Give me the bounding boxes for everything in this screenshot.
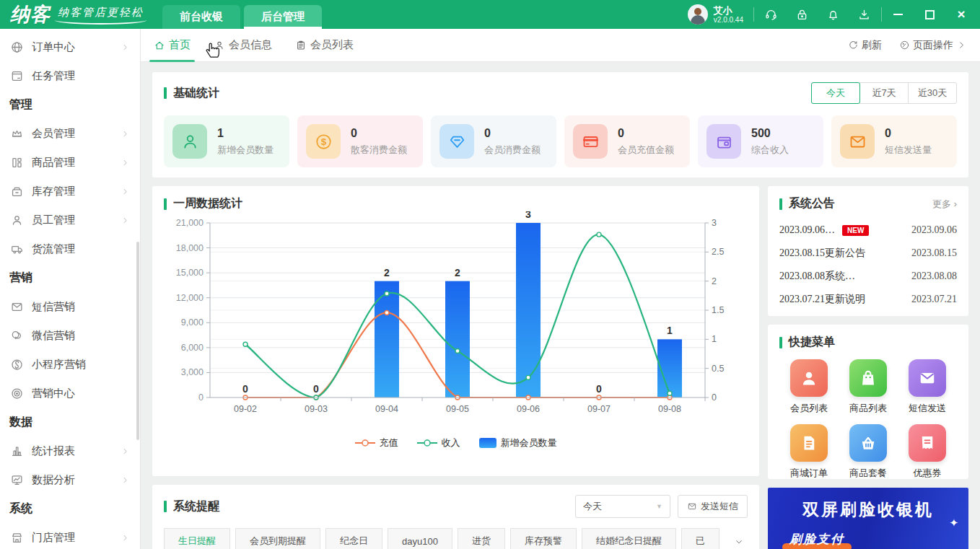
close-button[interactable]: × <box>955 9 967 20</box>
reminder-tab-进货[interactable]: 进货 <box>458 528 505 549</box>
header-icons <box>764 0 871 29</box>
tab-首页[interactable]: 首页 <box>154 29 191 62</box>
stat-card-text: 0散客消费金额 <box>351 127 407 157</box>
range-button-近7天[interactable]: 近7天 <box>859 82 909 104</box>
avatar[interactable] <box>688 4 708 25</box>
quick-menu-item-会员列表[interactable]: 会员列表 <box>790 359 828 415</box>
expand-tabs-button[interactable] <box>730 531 748 549</box>
target-icon <box>10 387 24 400</box>
tab-bar: 首页会员信息会员列表 刷新 页面操作 <box>141 29 980 62</box>
sidebar-item-短信营销[interactable]: 短信营销 <box>0 292 140 321</box>
sidebar-item-营销中心[interactable]: 营销中心 <box>0 379 140 408</box>
chevron-right-icon <box>121 43 130 52</box>
reminder-tab-生日提醒[interactable]: 生日提醒 <box>164 528 230 549</box>
bell-icon[interactable] <box>826 8 840 22</box>
svg-text:09-04: 09-04 <box>375 404 398 414</box>
title-accent-bar <box>779 337 782 348</box>
svg-text:18,000: 18,000 <box>176 243 204 253</box>
sidebar-item-门店管理[interactable]: 门店管理 <box>0 523 140 549</box>
lock-icon[interactable] <box>795 8 809 22</box>
sidebar-item-任务管理[interactable]: 任务管理 <box>0 61 140 90</box>
range-button-今天[interactable]: 今天 <box>811 82 860 104</box>
new-badge: NEW <box>842 225 869 236</box>
open-tabs: 首页会员信息会员列表 <box>154 29 377 62</box>
stat-card-text: 0会员消费金额 <box>484 127 541 157</box>
sidebar-item-label: 订单中心 <box>32 40 75 54</box>
page-operations-button[interactable]: 页面操作 <box>899 39 967 52</box>
sidebar-item-微信营销[interactable]: 微信营销 <box>0 321 140 350</box>
sidebar-item-库存管理[interactable]: 库存管理 <box>0 177 140 206</box>
header-nav-frontdesk[interactable]: 前台收银 <box>162 5 240 29</box>
stat-card-text: 1新增会员数量 <box>217 127 274 157</box>
sidebar-scrollbar[interactable] <box>136 242 139 440</box>
reminder-tab-结婚纪念日提醒[interactable]: 结婚纪念日提醒 <box>582 528 676 549</box>
announcement-row[interactable]: 2023.08.15更新公告2023.08.15 <box>779 242 957 265</box>
legend-item-充值[interactable]: 充值 <box>355 436 398 449</box>
chevron-right-icon <box>121 216 130 225</box>
brand: 纳客 纳客管店更轻松 <box>0 0 162 29</box>
quick-menu-item-商品套餐[interactable]: 商品套餐 <box>849 424 887 480</box>
download-icon[interactable] <box>857 8 871 22</box>
sidebar-item-label: 营销中心 <box>32 387 75 400</box>
sms-icon <box>10 300 24 314</box>
stat-value: 0 <box>351 127 407 140</box>
refresh-icon <box>848 40 859 50</box>
envelope-icon <box>687 501 697 511</box>
svg-text:09-02: 09-02 <box>234 404 257 414</box>
legend-item-收入[interactable]: 收入 <box>417 436 460 449</box>
app-header: 纳客 纳客管店更轻松 前台收银后台管理 艾小 v2.0.0.44 × <box>0 0 980 29</box>
svg-text:0.5: 0.5 <box>712 364 724 374</box>
sidebar-item-统计报表[interactable]: 统计报表 <box>0 436 140 465</box>
customer-service-icon[interactable] <box>764 8 778 22</box>
reminder-tab-库存预警[interactable]: 库存预警 <box>510 528 577 549</box>
send-sms-button[interactable]: 发送短信 <box>678 495 748 518</box>
member-icon <box>172 124 207 159</box>
sidebar-item-label: 短信营销 <box>32 300 75 314</box>
bankcard-icon <box>573 124 608 159</box>
sparkle-icon: ✦ <box>949 517 958 530</box>
analysis-icon <box>10 473 24 487</box>
reminder-tab-会员到期提醒[interactable]: 会员到期提醒 <box>235 528 320 549</box>
user-area[interactable]: 艾小 v2.0.0.44 <box>688 0 743 29</box>
reminder-date-select[interactable]: 今天 ▼ <box>575 495 670 518</box>
reminder-tab-dayu100[interactable]: dayu100 <box>388 528 452 549</box>
minimize-button[interactable] <box>892 9 904 20</box>
reminder-tab-纪念日[interactable]: 纪念日 <box>325 528 382 549</box>
legend-item-新增会员数量[interactable]: 新增会员数量 <box>479 436 557 449</box>
maximize-button[interactable] <box>924 9 935 20</box>
chevron-right-icon <box>121 475 130 485</box>
tab-会员信息[interactable]: 会员信息 <box>214 29 272 62</box>
range-button-近30天[interactable]: 近30天 <box>908 82 957 104</box>
quick-menu-item-优惠券[interactable]: 优惠券 <box>909 424 946 480</box>
sidebar-item-小程序营销[interactable]: 小程序营销 <box>0 350 140 379</box>
sidebar-item-label: 员工管理 <box>32 214 75 227</box>
sidebar-item-货流管理[interactable]: 货流管理 <box>0 234 140 263</box>
announcement-row[interactable]: 2023.07.21更新说明2023.07.21 <box>779 288 957 311</box>
quick-menu-item-短信发送[interactable]: 短信发送 <box>909 359 946 415</box>
mall-order-icon <box>790 424 828 462</box>
announcement-row[interactable]: 2023.08.08系统…2023.08.08 <box>779 265 957 288</box>
title-accent-bar <box>779 198 782 210</box>
quick-menu-label: 会员列表 <box>790 402 828 415</box>
sidebar-item-订单中心[interactable]: 订单中心 <box>0 32 140 61</box>
sidebar-item-会员管理[interactable]: 会员管理 <box>0 119 140 148</box>
chart-legend: 充值收入新增会员数量 <box>164 436 748 449</box>
refresh-button[interactable]: 刷新 <box>848 39 882 52</box>
tab-会员列表[interactable]: 会员列表 <box>295 29 354 62</box>
stat-label: 综合收入 <box>751 144 789 157</box>
announcements-more-link[interactable]: 更多 › <box>932 198 957 211</box>
header-nav-backoffice[interactable]: 后台管理 <box>244 5 322 29</box>
ad-banner[interactable]: 双屏刷脸收银机 刷脸支付 ✦ ✦ <box>768 488 968 549</box>
quick-menu-item-商城订单[interactable]: 商城订单 <box>790 424 828 480</box>
reminder-tab-已[interactable]: 已 <box>681 528 719 549</box>
announcement-row[interactable]: 2023.09.06…NEW2023.09.06 <box>779 219 957 242</box>
announcement-title: 2023.08.15更新公告 <box>779 247 865 260</box>
window-controls: × <box>892 0 967 29</box>
svg-text:12,000: 12,000 <box>176 293 204 303</box>
quick-menu-item-商品列表[interactable]: 商品列表 <box>849 359 887 415</box>
sidebar-item-商品管理[interactable]: 商品管理 <box>0 148 140 177</box>
sidebar-item-数据分析[interactable]: 数据分析 <box>0 465 140 494</box>
reminder-tabs: 生日提醒会员到期提醒纪念日dayu100进货库存预警结婚纪念日提醒已 <box>164 528 748 549</box>
sidebar-item-员工管理[interactable]: 员工管理 <box>0 206 140 234</box>
svg-text:9,000: 9,000 <box>181 317 204 328</box>
